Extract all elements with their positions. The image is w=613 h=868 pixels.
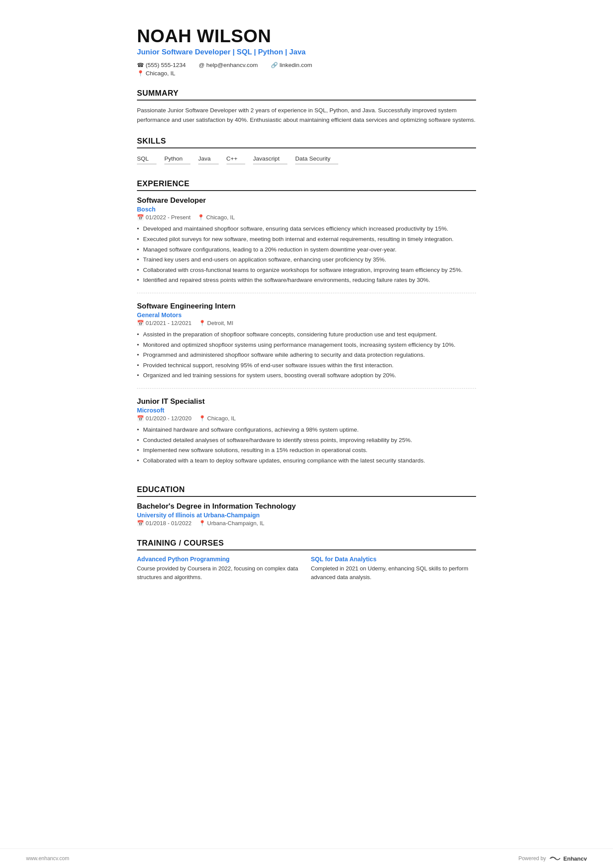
resume-header: NOAH WILSON Junior Software Developer | … [137,26,476,77]
course-desc: Completed in 2021 on Udemy, enhancing SQ… [311,564,476,581]
location-icon: 📍 [137,70,144,77]
skills-section: SKILLS SQLPythonJavaC++JavascriptData Se… [137,137,476,167]
location-icon: 📍 [199,320,206,326]
email-contact: @ help@enhancv.com [199,62,258,68]
education-section: EDUCATION Bachelor's Degree in Informati… [137,485,476,526]
bullet-item: Programmed and administered shopfloor so… [137,350,476,360]
phone-icon: ☎ [137,62,144,68]
course-title: Advanced Python Programming [137,556,302,563]
job-location: 📍 Detroit, MI [199,320,233,326]
bullet-item: Executed pilot surveys for new software,… [137,235,476,244]
course-title: SQL for Data Analytics [311,556,476,563]
edu-location: 📍 Urbana-Champaign, IL [199,520,265,526]
linkedin-contact: 🔗 linkedin.com [271,62,312,68]
edu-date-value: 01/2018 - 01/2022 [146,520,192,526]
location-contact: 📍 Chicago, IL [137,70,175,77]
calendar-icon: 📅 [137,320,144,326]
bullet-list: Assisted in the preparation of shopfloor… [137,330,476,380]
job-location-value: Chicago, IL [206,214,235,221]
calendar-icon: 📅 [137,520,144,526]
bullet-item: Trained key users and end-users on appli… [137,255,476,265]
job-location: 📍 Chicago, IL [197,214,235,221]
location-icon: 📍 [199,520,206,526]
job-meta: 📅 01/2021 - 12/2021 📍 Detroit, MI [137,320,476,326]
phone-contact: ☎ (555) 555-1234 [137,62,186,68]
bullet-item: Monitored and optimized shopfloor system… [137,340,476,350]
job-date: 📅 01/2022 - Present [137,214,190,221]
footer-website: www.enhancv.com [26,855,69,861]
job-meta: 📅 01/2020 - 12/2020 📍 Chicago, IL [137,415,476,422]
contact-row-1: ☎ (555) 555-1234 @ help@enhancv.com 🔗 li… [137,62,476,68]
skill-item: Python [164,154,190,164]
candidate-title: Junior Software Developer | SQL | Python… [137,48,476,57]
candidate-name: NOAH WILSON [137,26,476,46]
course-desc: Course provided by Coursera in 2022, foc… [137,564,302,581]
bullet-list: Maintained hardware and software configu… [137,425,476,465]
experience-entry: Junior IT Specialist Microsoft 📅 01/2020… [137,397,476,473]
summary-text: Passionate Junior Software Developer wit… [137,106,476,124]
skill-item: SQL [137,154,157,164]
bullet-item: Implemented new software solutions, resu… [137,446,476,455]
bullet-item: Developed and maintained shopfloor softw… [137,224,476,234]
enhancv-logo-svg [550,855,562,862]
skill-item: Javascript [253,154,287,164]
edu-degree: Bachelor's Degree in Information Technol… [137,502,476,511]
job-date-value: 01/2022 - Present [146,214,190,221]
job-location-value: Chicago, IL [207,415,236,422]
job-title: Junior IT Specialist [137,397,476,406]
company-name: Bosch [137,206,476,213]
bullet-item: Conducted detailed analyses of software/… [137,436,476,445]
course-entry: Advanced Python Programming Course provi… [137,556,302,581]
job-date-value: 01/2021 - 12/2021 [146,320,192,326]
calendar-icon: 📅 [137,214,144,221]
enhancv-logo: Enhancv [550,855,587,862]
bullet-item: Identified and repaired stress points wi… [137,275,476,285]
skills-title: SKILLS [137,137,476,148]
calendar-icon: 📅 [137,415,144,422]
bullet-item: Organized and led training sessions for … [137,371,476,380]
linkedin-icon: 🔗 [271,62,278,68]
job-date: 📅 01/2021 - 12/2021 [137,320,192,326]
job-location-value: Detroit, MI [207,320,233,326]
bullet-item: Maintained hardware and software configu… [137,425,476,435]
bullet-item: Collaborated with a team to deploy softw… [137,456,476,466]
education-title: EDUCATION [137,485,476,497]
course-entry: SQL for Data Analytics Completed in 2021… [311,556,476,581]
edu-school: University of Illinois at Urbana-Champai… [137,512,476,519]
edu-meta: 📅 01/2018 - 01/2022 📍 Urbana-Champaign, … [137,520,476,526]
company-name: Microsoft [137,407,476,414]
experience-entry: Software Engineering Intern General Moto… [137,302,476,389]
experience-entry: Software Developer Bosch 📅 01/2022 - Pre… [137,196,476,293]
job-date: 📅 01/2020 - 12/2020 [137,415,192,422]
phone-value: (555) 555-1234 [146,62,186,68]
bullet-item: Provided technical support, resolving 95… [137,361,476,370]
location-value: Chicago, IL [146,70,175,77]
experience-title: EXPERIENCE [137,179,476,191]
training-title: TRAINING / COURSES [137,539,476,550]
linkedin-value: linkedin.com [280,62,312,68]
skill-item: Java [198,154,219,164]
experience-section: EXPERIENCE Software Developer Bosch 📅 01… [137,179,476,473]
bullet-item: Collaborated with cross-functional teams… [137,265,476,275]
job-title: Software Developer [137,196,476,205]
location-icon: 📍 [199,415,206,422]
bullet-item: Managed software configurations, leading… [137,245,476,255]
summary-section: SUMMARY Passionate Junior Software Devel… [137,89,476,124]
skills-list: SQLPythonJavaC++JavascriptData Security [137,154,476,167]
enhancv-brand-name: Enhancv [563,855,587,862]
footer-brand: Powered by Enhancv [518,855,587,862]
edu-date: 📅 01/2018 - 01/2022 [137,520,192,526]
skill-item: C++ [227,154,246,164]
job-date-value: 01/2020 - 12/2020 [146,415,192,422]
email-value: help@enhancv.com [207,62,258,68]
job-location: 📍 Chicago, IL [199,415,236,422]
training-section: TRAINING / COURSES Advanced Python Progr… [137,539,476,581]
contact-row-2: 📍 Chicago, IL [137,70,476,77]
company-name: General Motors [137,312,476,318]
bullet-list: Developed and maintained shopfloor softw… [137,224,476,285]
location-icon: 📍 [197,214,204,221]
bullet-item: Assisted in the preparation of shopfloor… [137,330,476,339]
page-footer: www.enhancv.com Powered by Enhancv [0,848,613,868]
summary-title: SUMMARY [137,89,476,101]
job-meta: 📅 01/2022 - Present 📍 Chicago, IL [137,214,476,221]
